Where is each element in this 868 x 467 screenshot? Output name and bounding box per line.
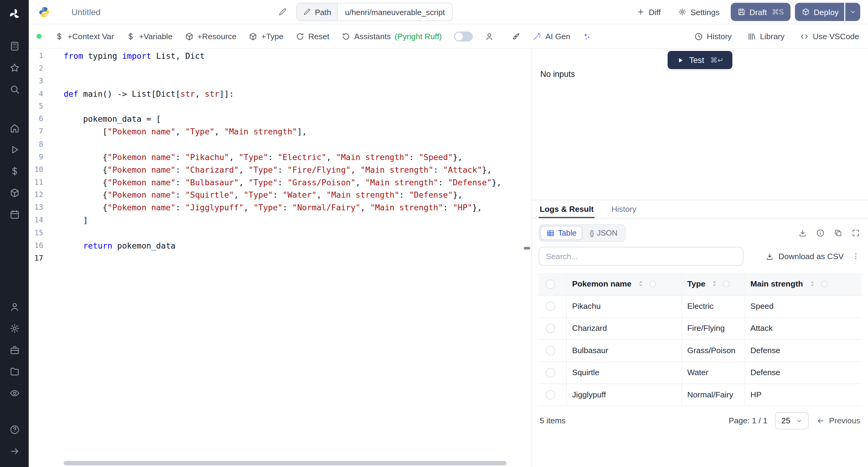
- column-pin-toggle[interactable]: [649, 280, 656, 287]
- code-line[interactable]: 3: [29, 74, 532, 87]
- view-table-button[interactable]: Table: [540, 226, 583, 240]
- editor-horizontal-scrollbar[interactable]: [64, 461, 506, 466]
- column-pin-toggle[interactable]: [723, 280, 730, 287]
- reset-button[interactable]: Reset: [296, 32, 330, 41]
- windmill-logo[interactable]: [6, 5, 23, 22]
- code-line[interactable]: 10 {"Pokemon name": "Charizard", "Type":…: [29, 163, 532, 176]
- add-resource-button[interactable]: +Resource: [185, 32, 237, 41]
- view-json-button[interactable]: {} JSON: [584, 226, 624, 240]
- draft-button[interactable]: Draft ⌘S: [731, 3, 790, 21]
- test-button[interactable]: Test ⌘↵: [668, 51, 733, 69]
- table-row[interactable]: SquirtleWaterDefense: [538, 361, 861, 383]
- code-line[interactable]: 2: [29, 62, 532, 74]
- code-line[interactable]: 12 {"Pokemon name": "Squirtle", "Type": …: [29, 188, 532, 201]
- select-all-checkbox[interactable]: [546, 279, 555, 289]
- settings-button[interactable]: Settings: [672, 3, 726, 21]
- runs-icon[interactable]: [6, 141, 23, 158]
- path-editor[interactable]: Path u/henri/maneuverable_script: [296, 3, 453, 21]
- code-line[interactable]: 16 return pokemon_data: [29, 239, 532, 252]
- multiplayer-user-icon[interactable]: [485, 32, 494, 41]
- results-tabs: Logs & Result History: [532, 200, 868, 219]
- column-header[interactable]: Main strength: [744, 273, 861, 295]
- add-context-var-button[interactable]: +Context Var: [55, 32, 114, 41]
- code-line[interactable]: 13 {"Pokemon name": "Jigglypuff", "Type"…: [29, 201, 532, 214]
- pane-splitter[interactable]: [524, 247, 530, 249]
- code-line[interactable]: 14 ]: [29, 214, 532, 226]
- pencil-icon: [303, 8, 311, 16]
- sort-icon[interactable]: [809, 280, 816, 287]
- table-row[interactable]: CharizardFire/FlyingAttack: [538, 317, 861, 339]
- table-cell: Defense: [744, 361, 861, 383]
- tab-logs-result[interactable]: Logs & Result: [538, 200, 595, 218]
- schedules-icon[interactable]: [6, 206, 23, 222]
- ai-gen-button[interactable]: AI Gen: [532, 32, 570, 41]
- deploy-button[interactable]: Deploy: [795, 3, 844, 21]
- workers-icon[interactable]: [6, 341, 23, 358]
- code-line[interactable]: 15: [29, 226, 532, 239]
- page-size-select[interactable]: 25: [775, 412, 808, 429]
- row-checkbox[interactable]: [546, 390, 555, 400]
- expand-sidebar-icon[interactable]: [6, 443, 23, 459]
- copy-result-icon[interactable]: [834, 229, 842, 238]
- code-line[interactable]: 9 {"Pokemon name": "Pikachu", "Type": "E…: [29, 150, 532, 163]
- code-line[interactable]: 8: [29, 138, 532, 150]
- help-icon[interactable]: [6, 421, 23, 438]
- code-line[interactable]: 17: [29, 252, 532, 264]
- home-icon[interactable]: [6, 120, 23, 136]
- edit-summary-icon[interactable]: [278, 7, 287, 17]
- test-label: Test: [689, 56, 704, 64]
- column-header[interactable]: Type: [681, 273, 744, 295]
- users-icon[interactable]: [6, 298, 23, 315]
- line-number: 8: [29, 140, 53, 149]
- resources-icon[interactable]: [6, 184, 23, 201]
- download-csv-button[interactable]: Download as CSV: [766, 252, 844, 260]
- history-button[interactable]: History: [694, 32, 732, 41]
- code-line[interactable]: 6 pokemon_data = [: [29, 113, 532, 125]
- code-editor[interactable]: 1from typing import List, Dict234def mai…: [29, 49, 532, 467]
- multiplayer-toggle[interactable]: [454, 31, 472, 41]
- add-variable-button[interactable]: +Variable: [126, 32, 173, 41]
- table-cell: Speed: [744, 295, 861, 317]
- search-input[interactable]: [538, 247, 744, 266]
- code-line[interactable]: 4def main() -> List[Dict[str, str]]:: [29, 87, 532, 100]
- download-result-icon[interactable]: [798, 229, 807, 238]
- ai-sparkles-icon[interactable]: [583, 32, 591, 41]
- assistants-button[interactable]: Assistants(Pyright Ruff): [341, 32, 442, 41]
- more-options-icon[interactable]: [851, 252, 860, 260]
- search-icon[interactable]: [6, 81, 23, 97]
- toolbar-left: +Context Var+Variable+Resource+TypeReset…: [36, 31, 591, 41]
- format-code-icon[interactable]: [512, 32, 520, 41]
- sort-icon[interactable]: [637, 280, 644, 287]
- row-checkbox[interactable]: [546, 323, 555, 333]
- folders-icon[interactable]: [6, 363, 23, 380]
- library-button[interactable]: Library: [747, 32, 784, 41]
- tab-history[interactable]: History: [610, 200, 638, 218]
- audit-logs-icon[interactable]: [6, 385, 23, 401]
- column-header[interactable]: Pokemon name: [566, 273, 681, 295]
- row-checkbox[interactable]: [546, 346, 555, 355]
- info-icon[interactable]: [816, 229, 825, 238]
- diff-button[interactable]: Diff: [630, 3, 667, 21]
- use-vscode-button[interactable]: Use VSCode: [800, 32, 859, 41]
- code-line[interactable]: 11 {"Pokemon name": "Bulbasaur", "Type":…: [29, 176, 532, 188]
- favorites-icon[interactable]: [6, 59, 23, 76]
- variables-icon[interactable]: [6, 163, 23, 179]
- sort-icon[interactable]: [711, 280, 718, 287]
- expand-result-icon[interactable]: [851, 229, 860, 238]
- row-checkbox[interactable]: [546, 368, 555, 377]
- table-row[interactable]: PikachuElectricSpeed: [538, 295, 861, 317]
- code-line[interactable]: 7 ["Pokemon name", "Type", "Main strengt…: [29, 125, 532, 138]
- deploy-dropdown-button[interactable]: [845, 3, 861, 21]
- table-cell: Pikachu: [566, 295, 681, 317]
- row-checkbox[interactable]: [546, 302, 555, 311]
- previous-page-button[interactable]: Previous: [816, 416, 860, 425]
- table-row[interactable]: BulbasaurGrass/PoisonDefense: [538, 339, 861, 361]
- code-line[interactable]: 5: [29, 100, 532, 113]
- column-pin-toggle[interactable]: [821, 280, 827, 287]
- table-row[interactable]: JigglypuffNormal/FairyHP: [538, 383, 861, 406]
- add-type-button[interactable]: +Type: [249, 32, 284, 41]
- code-line[interactable]: 1from typing import List, Dict: [29, 49, 532, 62]
- table-cell: Charizard: [566, 317, 681, 339]
- apps-icon[interactable]: [6, 38, 23, 54]
- workspace-settings-icon[interactable]: [6, 320, 23, 337]
